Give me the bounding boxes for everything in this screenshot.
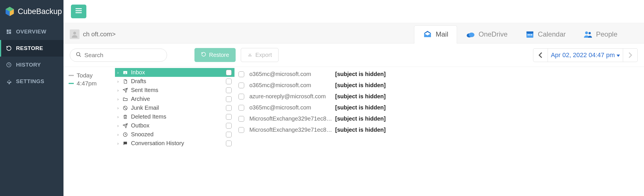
svg-rect-15 xyxy=(528,34,529,35)
tab-label: OneDrive xyxy=(478,30,507,38)
svg-rect-4 xyxy=(75,8,82,9)
nav-item-label: OVERVIEW xyxy=(16,29,46,35)
search-input[interactable] xyxy=(84,52,161,59)
chevron-right-icon: › xyxy=(117,88,121,93)
folder-item[interactable]: › Snoozed xyxy=(115,130,234,139)
svg-point-7 xyxy=(73,32,76,35)
mail-row[interactable]: azure-noreply@microsoft.com [subject is … xyxy=(238,91,644,102)
chat-icon xyxy=(122,141,129,146)
svg-rect-14 xyxy=(526,31,533,33)
chevron-right-icon: › xyxy=(117,123,121,128)
tab-label: Mail xyxy=(436,30,448,38)
svg-point-20 xyxy=(77,52,80,56)
nav-item-overview[interactable]: OVERVIEW xyxy=(0,23,63,40)
tab-label: People xyxy=(596,30,617,38)
tab-calendar[interactable]: Calendar xyxy=(516,25,575,43)
mail-subject: [subject is hidden] xyxy=(335,127,386,133)
folder-item[interactable]: › Junk Email xyxy=(115,103,234,112)
folder-item[interactable]: › Drafts xyxy=(115,77,234,86)
svg-rect-6 xyxy=(75,12,82,13)
brand-name: CubeBackup xyxy=(18,7,62,16)
tab-row: ch oft.com> MailOneDriveCalendarPeople xyxy=(63,23,644,43)
sidebar: CubeBackup OVERVIEWRESTOREHISTORYSETTING… xyxy=(0,0,63,196)
nav-item-history[interactable]: HISTORY xyxy=(0,57,63,73)
dashboard-icon xyxy=(6,29,12,35)
onedrive-icon xyxy=(466,30,475,39)
folder-checkbox[interactable] xyxy=(226,114,232,120)
folder-icon xyxy=(122,97,129,102)
clock-icon xyxy=(6,62,12,68)
folder-item[interactable]: › Conversation History xyxy=(115,139,234,148)
timeline-snapshot[interactable]: 4:47pm xyxy=(69,79,112,87)
folder-item[interactable]: › Outbox xyxy=(115,121,234,130)
chevron-right-icon: › xyxy=(117,97,121,101)
svg-point-19 xyxy=(589,32,591,34)
mail-row[interactable]: MicrosoftExchange329e71ec88ae4 [subject … xyxy=(238,124,644,135)
timeline-time-label: 4:47pm xyxy=(77,80,97,87)
folder-label: Snoozed xyxy=(131,131,154,138)
undo-icon xyxy=(201,52,206,58)
snapshot-next-button[interactable] xyxy=(623,49,637,61)
folder-item[interactable]: › Sent Items xyxy=(115,86,234,95)
folder-item[interactable]: › Inbox xyxy=(115,68,234,77)
tab-onedrive[interactable]: OneDrive xyxy=(457,25,516,43)
mail-checkbox[interactable] xyxy=(238,105,244,111)
tab-label: Calendar xyxy=(538,30,566,38)
restore-button[interactable]: Restore xyxy=(194,48,236,62)
toolbar: Restore Export Apr 02, 2022 04:47 pm xyxy=(63,43,644,67)
folder-item[interactable]: › Deleted Items xyxy=(115,112,234,121)
folder-checkbox[interactable] xyxy=(226,105,232,111)
folder-checkbox[interactable] xyxy=(226,70,232,75)
folder-item[interactable]: › Archive xyxy=(115,95,234,103)
tab-mail[interactable]: Mail xyxy=(414,25,457,43)
search-input-wrap[interactable] xyxy=(70,49,167,62)
mail-row[interactable]: MicrosoftExchange329e71ec88ae4 [subject … xyxy=(238,113,644,124)
folder-checkbox[interactable] xyxy=(226,79,232,84)
folder-checkbox[interactable] xyxy=(226,132,232,137)
undo-icon xyxy=(6,45,12,51)
mail-subject: [subject is hidden] xyxy=(335,115,386,122)
user-chip[interactable]: ch oft.com> xyxy=(70,29,218,39)
folder-label: Drafts xyxy=(131,78,146,85)
download-icon xyxy=(247,52,253,58)
mail-row[interactable]: o365mc@microsoft.com [subject is hidden] xyxy=(238,102,644,113)
chevron-right-icon: › xyxy=(117,105,121,110)
mail-checkbox[interactable] xyxy=(238,94,244,99)
topbar xyxy=(63,0,644,23)
mail-from: MicrosoftExchange329e71ec88ae4 xyxy=(249,115,335,122)
snapshot-prev-button[interactable] xyxy=(533,49,548,61)
avatar-icon xyxy=(70,29,79,39)
send-icon xyxy=(122,123,129,128)
folder-label: Deleted Items xyxy=(131,113,166,120)
chevron-right-icon: › xyxy=(117,132,121,137)
send-icon xyxy=(122,88,129,93)
main: ch oft.com> MailOneDriveCalendarPeople xyxy=(63,0,644,196)
mail-from: o365mc@microsoft.com xyxy=(249,71,335,77)
nav-item-restore[interactable]: RESTORE xyxy=(0,40,63,57)
svg-line-21 xyxy=(79,55,81,57)
mail-checkbox[interactable] xyxy=(238,127,244,133)
folder-checkbox[interactable] xyxy=(226,141,232,146)
mail-checkbox[interactable] xyxy=(238,116,244,122)
mail-subject: [subject is hidden] xyxy=(335,93,386,100)
folder-checkbox[interactable] xyxy=(226,87,232,93)
nav-item-label: HISTORY xyxy=(16,62,41,68)
nav-item-settings[interactable]: SETTINGS xyxy=(0,73,63,90)
svg-rect-16 xyxy=(529,34,530,35)
export-button[interactable]: Export xyxy=(241,48,279,62)
mail-row[interactable]: o365mc@microsoft.com [subject is hidden] xyxy=(238,69,644,80)
mail-row[interactable]: o365mc@microsoft.com [subject is hidden] xyxy=(238,80,644,91)
folder-checkbox[interactable] xyxy=(226,96,232,102)
hamburger-icon xyxy=(75,8,82,15)
mail-checkbox[interactable] xyxy=(238,71,244,77)
calendar-icon xyxy=(525,30,534,39)
nav-item-label: RESTORE xyxy=(16,45,43,51)
folder-label: Conversation History xyxy=(131,140,184,147)
folder-checkbox[interactable] xyxy=(226,123,232,129)
tab-people[interactable]: People xyxy=(575,25,626,43)
mail-checkbox[interactable] xyxy=(238,83,244,88)
snapshot-dropdown[interactable]: Apr 02, 2022 04:47 pm xyxy=(548,49,623,62)
folder-label: Sent Items xyxy=(131,87,158,93)
mail-subject: [subject is hidden] xyxy=(335,104,386,111)
menu-toggle-button[interactable] xyxy=(71,5,86,18)
